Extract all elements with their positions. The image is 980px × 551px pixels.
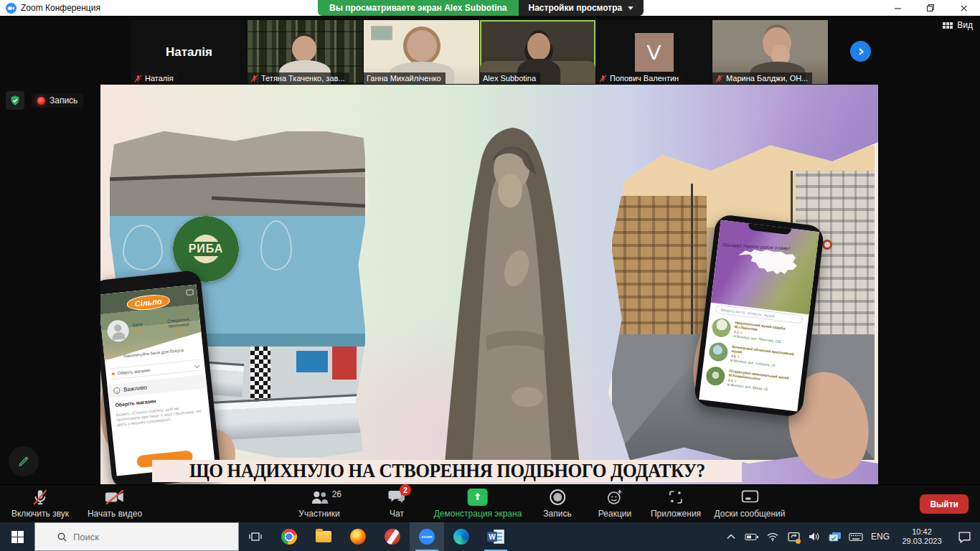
star-icon: ★ [734,379,738,384]
video-tile-marina[interactable]: Марина Балджи, ОН... [712,20,828,84]
windows-logo-icon [11,531,24,543]
chrome-icon [281,529,297,545]
silpo-select-store-heading: Оберіть магазин [115,398,156,408]
wifi-indicator[interactable] [764,522,781,551]
close-button[interactable] [947,0,980,16]
search-icon [57,532,67,542]
folder-icon [316,531,331,542]
museum-app-header [711,220,819,315]
wifi-icon [767,532,778,542]
annotation-pencil-button[interactable] [9,446,39,476]
start-video-button[interactable]: Начать видео [88,488,142,519]
shared-screen-slide: РИБА Сільпо Ба [100,85,878,484]
taskbar-edge[interactable] [444,522,479,551]
date: 29.03.2023 [896,537,948,546]
video-tile-ganna[interactable]: Ганна Михайліченко [364,20,479,84]
smiley-plus-icon [606,489,623,506]
slide-title: ЩО НАДИХНУЛО НА СТВОРЕННЯ ПОДІБНОГО ДОДА… [189,460,705,482]
video-tile-tetyana[interactable]: Тетяна Ткаченко, зав... [248,20,363,84]
edge-icon [453,529,469,545]
silpo-points-label: Бали [133,322,143,327]
participants-count: 26 [332,489,341,499]
view-settings-button[interactable]: Настройки просмотра [519,0,644,16]
info-icon: i [113,387,121,394]
participant-name-label: Наталія [145,74,174,83]
shop-sign [332,347,357,380]
update-notification[interactable] [785,522,802,551]
participants-icon [310,489,329,506]
taskbar-search[interactable] [34,522,239,551]
chevron-up-icon [727,534,735,540]
leave-meeting-button[interactable]: Выйти [920,494,969,514]
share-screen-icon [468,489,488,506]
chevron-down-icon [628,6,633,10]
notification-bubble-icon [958,531,971,543]
display-project-indicator[interactable] [826,522,844,551]
record-icon [550,489,565,505]
taskbar-zoom-active[interactable]: zoom [410,522,444,551]
avatar-initial: V [635,33,674,72]
silpo-offers-label: Спеціальні пропозиції [167,317,189,329]
keyboard-icon [849,532,863,542]
pencil-icon [17,454,31,468]
taskbar-chrome[interactable] [272,522,306,551]
window-titlebar: Zoom Конференция Вы просматриваете экран… [0,0,980,16]
silpo-important-label: Важливо [123,384,148,392]
gallery-grid-icon [943,22,953,29]
volume-indicator[interactable] [806,522,823,551]
display-icon [829,532,842,542]
chat-unread-badge: 2 [400,484,411,496]
share-screen-button[interactable]: Демонстрация экрана [434,488,522,519]
action-center-button[interactable] [951,522,977,551]
task-view-icon [248,530,263,543]
view-button[interactable]: Вид [943,20,973,30]
phone-museum-app: Пізнавай Україну разом з нами! Введіть м… [693,214,825,418]
taskbar-file-explorer[interactable] [306,522,341,551]
touch-keyboard-indicator[interactable] [847,522,864,551]
windows-taskbar: zoom W [0,522,980,551]
zoom-icon: zoom [419,529,435,545]
taskbar-ccleaner[interactable] [375,522,410,551]
whiteboards-button[interactable]: Доски сообщений [714,488,785,519]
participant-name-label: Тетяна Ткаченко, зав... [261,74,345,83]
museum-list-item: Літературно-меморіальний музей М.Коцюбин… [705,366,798,395]
fish-mural-doodle [123,225,163,270]
taskbar-firefox[interactable] [341,522,375,551]
reactions-button[interactable]: Реакции [598,488,631,519]
apps-button[interactable]: Приложения [651,488,701,519]
zoom-toolbar: Включить звук Начать видео 26 Участники … [0,484,980,522]
participants-button[interactable]: 26 Участники [298,488,339,519]
mic-muted-icon [599,75,607,83]
participant-face [527,33,550,60]
taskbar-word[interactable]: W [479,522,513,551]
minimize-button[interactable] [881,0,914,16]
battery-icon [745,533,759,541]
restore-button[interactable] [914,0,947,16]
security-shield-button[interactable] [6,91,24,110]
unmute-button[interactable]: Включить звук [11,488,69,519]
next-participants-arrow[interactable] [850,41,871,62]
participant-name-label: Попович Валентин [610,74,679,83]
task-view-button[interactable] [239,522,272,551]
chat-button[interactable]: 2 Чат [388,488,405,519]
clock[interactable]: 10:42 29.03.2023 [896,527,948,546]
language-indicator[interactable]: ENG [868,532,892,542]
camera-icon [186,289,194,296]
start-button[interactable] [0,522,34,551]
tray-expand-chevron[interactable] [722,522,740,551]
video-tile-alex-active-speaker[interactable]: Alex Subbotina [480,20,595,84]
slide-title-strip: ЩО НАДИХНУЛО НА СТВОРЕННЯ ПОДІБНОГО ДОДА… [152,460,742,482]
slide-image-statue [422,122,603,465]
mic-muted-icon [134,75,142,83]
record-button[interactable]: Запись [543,488,571,519]
video-tile-natalia[interactable]: Наталія Наталія [131,20,247,84]
search-input[interactable] [73,532,217,542]
window-title: Zoom Конференция [21,3,100,13]
lamp-post [691,184,693,334]
wall-picture [371,26,392,40]
word-icon: W [487,529,504,544]
star-icon: ★ [737,354,740,359]
time: 10:42 [896,527,948,537]
battery-indicator[interactable] [743,522,760,551]
video-tile-popovych[interactable]: V Попович Валентин [596,20,712,84]
